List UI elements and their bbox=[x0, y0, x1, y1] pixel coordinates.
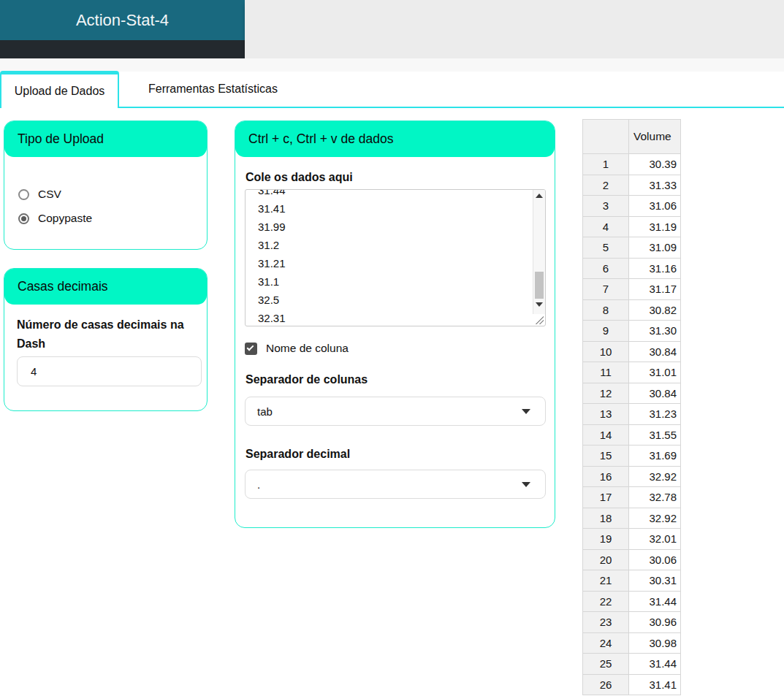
radio-label: Copypaste bbox=[38, 212, 92, 225]
table-header-row: Volume bbox=[583, 120, 681, 154]
radio-icon[interactable] bbox=[18, 213, 29, 224]
paste-textarea-label: Cole os dados aqui bbox=[246, 171, 353, 184]
row-value-cell[interactable]: 31.17 bbox=[629, 279, 681, 300]
tab-label: Upload de Dados bbox=[15, 85, 105, 98]
column-separator-label: Separador de colunas bbox=[246, 373, 368, 386]
row-index-cell: 15 bbox=[583, 445, 629, 467]
column-separator-dropdown[interactable]: tab bbox=[245, 397, 546, 426]
table-row: 1230.84 bbox=[583, 383, 681, 404]
row-index-cell: 19 bbox=[583, 529, 629, 550]
row-value-cell[interactable]: 30.84 bbox=[629, 341, 681, 362]
decimal-separator-dropdown[interactable]: . bbox=[245, 470, 546, 499]
row-value-cell[interactable]: 30.96 bbox=[629, 612, 681, 633]
row-index-cell: 14 bbox=[583, 424, 629, 445]
row-index-cell: 25 bbox=[583, 654, 629, 675]
row-value-cell[interactable]: 30.82 bbox=[629, 299, 681, 321]
row-value-cell[interactable]: 32.92 bbox=[629, 508, 681, 529]
scrollbar-thumb[interactable] bbox=[535, 272, 544, 299]
tab-ferramentas-estatisticas[interactable]: Ferramentas Estatísticas bbox=[119, 71, 307, 107]
upload-type-card-header: Tipo de Upload bbox=[4, 121, 207, 157]
resize-grip-icon[interactable] bbox=[534, 315, 544, 324]
row-index-cell: 12 bbox=[583, 383, 629, 404]
column-name-checkbox[interactable] bbox=[245, 343, 257, 355]
row-value-cell[interactable]: 30.31 bbox=[629, 570, 681, 592]
row-value-cell[interactable]: 30.39 bbox=[629, 154, 681, 175]
radio-icon[interactable] bbox=[18, 189, 29, 200]
table-row: 731.17 bbox=[583, 279, 681, 300]
decimal-separator-label: Separador decimal bbox=[246, 448, 350, 461]
row-value-cell[interactable]: 31.16 bbox=[629, 258, 681, 279]
column-name-checkbox-row[interactable]: Nome de coluna bbox=[245, 342, 349, 355]
row-value-cell[interactable]: 31.55 bbox=[629, 424, 681, 445]
paste-textarea[interactable]: 31.44 31.41 31.99 31.2 31.21 31.1 32.5 3… bbox=[245, 189, 546, 326]
table-row: 2231.44 bbox=[583, 591, 681, 612]
row-value-cell[interactable]: 32.01 bbox=[629, 529, 681, 550]
card-title: Tipo de Upload bbox=[18, 131, 104, 147]
table-row: 830.82 bbox=[583, 299, 681, 321]
dropdown-value: . bbox=[257, 478, 260, 491]
table-row: 2030.06 bbox=[583, 549, 681, 570]
chevron-down-icon bbox=[522, 409, 530, 414]
row-index-cell: 6 bbox=[583, 258, 629, 279]
index-column-header bbox=[583, 120, 629, 154]
row-index-cell: 21 bbox=[583, 570, 629, 592]
row-value-cell[interactable]: 31.09 bbox=[629, 237, 681, 259]
card-title: Ctrl + c, Ctrl + v de dados bbox=[248, 131, 393, 147]
table-row: 2430.98 bbox=[583, 632, 681, 654]
check-icon bbox=[247, 343, 254, 351]
paste-card-header: Ctrl + c, Ctrl + v de dados bbox=[235, 121, 555, 157]
row-index-cell: 7 bbox=[583, 279, 629, 300]
table-row: 631.16 bbox=[583, 258, 681, 279]
table-row: 1131.01 bbox=[583, 362, 681, 383]
page-top-background bbox=[0, 58, 784, 72]
table-row: 1531.69 bbox=[583, 445, 681, 467]
decimals-input-value: 4 bbox=[31, 365, 37, 378]
row-value-cell[interactable]: 31.41 bbox=[629, 674, 681, 695]
row-value-cell[interactable]: 31.06 bbox=[629, 196, 681, 217]
row-value-cell[interactable]: 31.23 bbox=[629, 404, 681, 425]
header-dark-strip bbox=[0, 40, 245, 58]
volume-data-table: Volume 130.39231.33331.06431.19531.09631… bbox=[582, 119, 681, 695]
table-row: 2130.31 bbox=[583, 570, 681, 592]
table-row: 1632.92 bbox=[583, 466, 681, 487]
row-index-cell: 3 bbox=[583, 196, 629, 217]
paste-data-card: Ctrl + c, Ctrl + v de dados Cole os dado… bbox=[235, 121, 555, 528]
row-value-cell[interactable]: 30.84 bbox=[629, 383, 681, 404]
row-index-cell: 5 bbox=[583, 237, 629, 259]
row-index-cell: 22 bbox=[583, 591, 629, 612]
row-value-cell[interactable]: 30.06 bbox=[629, 549, 681, 570]
card-title: Casas decimais bbox=[18, 279, 108, 294]
row-index-cell: 26 bbox=[583, 674, 629, 695]
row-index-cell: 16 bbox=[583, 466, 629, 487]
row-index-cell: 4 bbox=[583, 216, 629, 237]
tab-upload-de-dados[interactable]: Upload de Dados bbox=[0, 71, 119, 108]
row-value-cell[interactable]: 32.78 bbox=[629, 487, 681, 508]
row-value-cell[interactable]: 31.33 bbox=[629, 175, 681, 196]
table-row: 1932.01 bbox=[583, 529, 681, 550]
decimals-card: Casas decimais Número de casas decimais … bbox=[4, 268, 208, 411]
app-logo-banner: Action-Stat-4 bbox=[0, 0, 245, 40]
scroll-down-icon[interactable] bbox=[536, 302, 543, 307]
row-index-cell: 18 bbox=[583, 508, 629, 529]
row-index-cell: 8 bbox=[583, 299, 629, 321]
table-row: 2631.41 bbox=[583, 674, 681, 695]
radio-option-csv[interactable]: CSV bbox=[18, 188, 207, 201]
row-index-cell: 1 bbox=[583, 154, 629, 175]
upload-type-card: Tipo de Upload CSV Copypaste bbox=[4, 121, 208, 250]
row-value-cell[interactable]: 31.44 bbox=[629, 654, 681, 675]
checkbox-label: Nome de coluna bbox=[266, 342, 349, 355]
table-row: 1030.84 bbox=[583, 341, 681, 362]
textarea-scrollbar[interactable] bbox=[533, 190, 545, 314]
row-index-cell: 17 bbox=[583, 487, 629, 508]
row-value-cell[interactable]: 31.19 bbox=[629, 216, 681, 237]
decimals-input[interactable]: 4 bbox=[17, 356, 202, 386]
row-value-cell[interactable]: 31.69 bbox=[629, 445, 681, 467]
row-value-cell[interactable]: 31.30 bbox=[629, 321, 681, 342]
radio-option-copypaste[interactable]: Copypaste bbox=[18, 212, 207, 225]
row-value-cell[interactable]: 31.44 bbox=[629, 591, 681, 612]
row-value-cell[interactable]: 31.01 bbox=[629, 362, 681, 383]
row-value-cell[interactable]: 30.98 bbox=[629, 632, 681, 654]
row-value-cell[interactable]: 32.92 bbox=[629, 466, 681, 487]
scroll-up-icon[interactable] bbox=[536, 194, 543, 198]
table-row: 130.39 bbox=[583, 154, 681, 175]
